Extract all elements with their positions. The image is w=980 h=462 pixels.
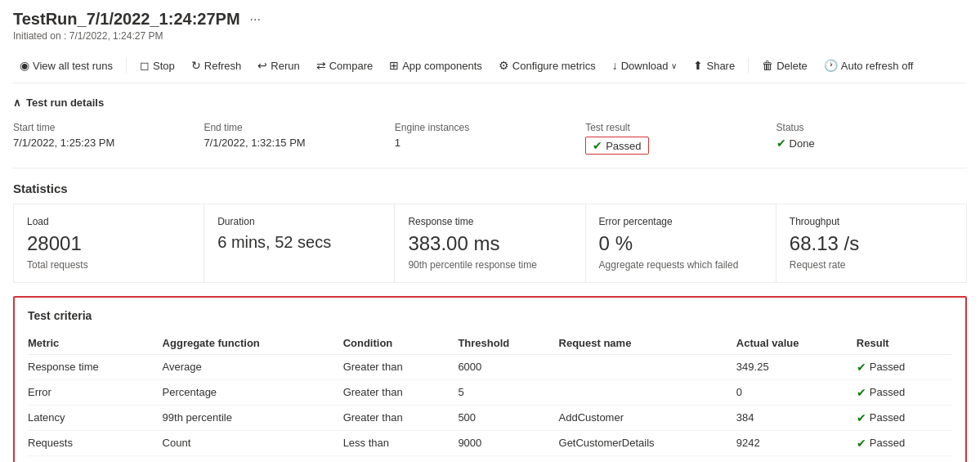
stop-button[interactable]: ◻ Stop bbox=[133, 55, 181, 76]
delete-icon: 🗑 bbox=[762, 59, 773, 72]
col-threshold: Threshold bbox=[458, 332, 558, 355]
result-passed: ✔ Passed bbox=[857, 411, 905, 424]
test-result-col: Test result ✔ Passed bbox=[585, 122, 776, 155]
stat-card-throughput: Throughput 68.13 /s Request rate bbox=[776, 204, 966, 282]
share-icon: ⬆ bbox=[693, 59, 703, 72]
table-row: Latency99th percentileGreater than500Add… bbox=[28, 405, 952, 430]
page-subtitle: Initiated on : 7/1/2022, 1:24:27 PM bbox=[13, 30, 967, 42]
engine-instances-col: Engine instances 1 bbox=[395, 122, 585, 155]
delete-button[interactable]: 🗑 Delete bbox=[755, 55, 814, 76]
page-title: TestRun_7/1/2022_1:24:27PM bbox=[13, 10, 240, 29]
col-request-name: Request name bbox=[559, 332, 736, 355]
col-condition: Condition bbox=[343, 332, 459, 355]
check-circle-icon: ✔ bbox=[593, 139, 602, 152]
table-header-row: Metric Aggregate function Condition Thre… bbox=[28, 332, 952, 355]
stat-card-duration: Duration 6 mins, 52 secs bbox=[204, 204, 395, 282]
chevron-up-icon: ∧ bbox=[13, 96, 21, 109]
stat-card-response-time: Response time 383.00 ms 90th percentile … bbox=[395, 204, 585, 282]
test-criteria-section: Test criteria Metric Aggregate function … bbox=[13, 296, 967, 462]
test-criteria-table: Metric Aggregate function Condition Thre… bbox=[28, 332, 952, 456]
configure-metrics-button[interactable]: ⚙ Configure metrics bbox=[492, 55, 602, 76]
test-run-details-header[interactable]: ∧ Test run details bbox=[13, 90, 967, 115]
toolbar-divider bbox=[126, 57, 127, 74]
col-aggregate: Aggregate function bbox=[163, 332, 343, 355]
start-time-col: Start time 7/1/2022, 1:25:23 PM bbox=[13, 122, 204, 155]
rerun-icon: ↩ bbox=[257, 59, 267, 72]
download-icon: ↓ bbox=[612, 59, 618, 72]
table-row: ErrorPercentageGreater than50✔ Passed bbox=[28, 379, 952, 405]
share-button[interactable]: ⬆ Share bbox=[687, 55, 741, 76]
statistics-cards: Load 28001 Total requests Duration 6 min… bbox=[13, 204, 967, 283]
clock-icon: 🕐 bbox=[824, 59, 838, 72]
app-components-button[interactable]: ⊞ App components bbox=[383, 55, 489, 76]
test-criteria-title: Test criteria bbox=[28, 309, 952, 322]
stat-card-error-percentage: Error percentage 0 % Aggregate requests … bbox=[586, 204, 776, 282]
check-icon: ✔ bbox=[857, 361, 866, 374]
result-passed: ✔ Passed bbox=[857, 386, 905, 399]
end-time-col: End time 7/1/2022, 1:32:15 PM bbox=[204, 122, 394, 155]
statistics-title: Statistics bbox=[13, 182, 967, 195]
refresh-icon: ↻ bbox=[191, 59, 201, 72]
done-check-icon: ✔ bbox=[776, 137, 786, 150]
col-actual-value: Actual value bbox=[736, 332, 857, 355]
grid-icon: ⊞ bbox=[389, 59, 399, 72]
statistics-section: Statistics Load 28001 Total requests Dur… bbox=[13, 182, 967, 283]
eye-icon: ◉ bbox=[20, 59, 29, 72]
details-grid: Start time 7/1/2022, 1:25:23 PM End time… bbox=[13, 115, 967, 168]
result-passed: ✔ Passed bbox=[857, 437, 905, 450]
toolbar-divider-2 bbox=[748, 57, 749, 74]
result-passed: ✔ Passed bbox=[857, 361, 905, 374]
check-icon: ✔ bbox=[857, 386, 866, 399]
check-icon: ✔ bbox=[857, 437, 866, 450]
compare-button[interactable]: ⇄ Compare bbox=[310, 55, 379, 76]
settings-icon: ⚙ bbox=[499, 59, 509, 72]
status-col: Status ✔ Done bbox=[776, 122, 967, 155]
col-metric: Metric bbox=[28, 332, 163, 355]
view-all-runs-button[interactable]: ◉ View all test runs bbox=[13, 55, 119, 76]
test-result-badge: ✔ Passed bbox=[585, 137, 648, 155]
check-icon: ✔ bbox=[857, 411, 866, 424]
refresh-button[interactable]: ↻ Refresh bbox=[185, 55, 248, 76]
col-result: Result bbox=[857, 332, 952, 355]
stat-card-load: Load 28001 Total requests bbox=[14, 204, 204, 282]
table-row: RequestsCountLess than9000GetCustomerDet… bbox=[28, 430, 952, 455]
table-row: Response timeAverageGreater than6000349.… bbox=[28, 354, 952, 379]
download-dropdown-arrow: ∨ bbox=[671, 61, 677, 70]
download-button[interactable]: ↓ Download ∨ bbox=[606, 55, 684, 76]
status-badge: ✔ Done bbox=[776, 137, 815, 150]
toolbar: ◉ View all test runs ◻ Stop ↻ Refresh ↩ … bbox=[13, 48, 967, 83]
compare-icon: ⇄ bbox=[316, 59, 326, 72]
test-run-details-section: ∧ Test run details Start time 7/1/2022, … bbox=[13, 90, 967, 168]
rerun-button[interactable]: ↩ Rerun bbox=[251, 55, 306, 76]
auto-refresh-button[interactable]: 🕐 Auto refresh off bbox=[817, 55, 920, 76]
ellipsis-button[interactable]: ··· bbox=[247, 12, 264, 27]
stop-icon: ◻ bbox=[140, 59, 150, 72]
page-header: TestRun_7/1/2022_1:24:27PM ··· Initiated… bbox=[13, 10, 967, 42]
